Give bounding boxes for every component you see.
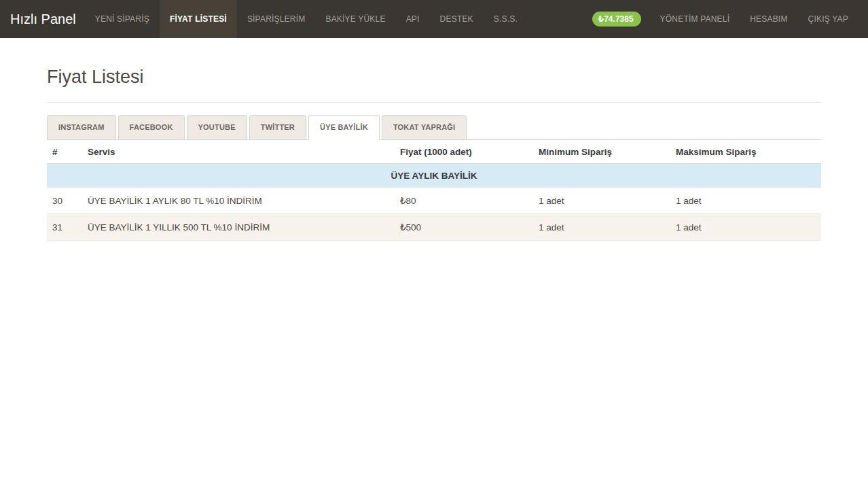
cell-max: 1 adet (670, 188, 821, 214)
table-row: 31 ÜYE BAYİLİK 1 YILLIK 500 TL %10 İNDİR… (47, 214, 821, 241)
tab-youtube[interactable]: YOUTUBE (187, 115, 247, 140)
nav-item-api[interactable]: API (396, 0, 430, 38)
tab-uye-bayilik[interactable]: ÜYE BAYİLİK (308, 115, 380, 140)
nav-item-hesabim[interactable]: HESABIM (740, 0, 797, 38)
table-row: 30 ÜYE BAYİLİK 1 AYLIK 80 TL %10 İNDİRİM… (47, 188, 821, 214)
navbar-right: ₺74.7385 YÖNETİM PANELİ HESABIM ÇIKIŞ YA… (592, 0, 858, 38)
cell-max: 1 adet (670, 214, 821, 241)
cell-min: 1 adet (533, 188, 670, 214)
cell-service: ÜYE BAYİLİK 1 YILLIK 500 TL %10 İNDİRİM (82, 214, 395, 241)
cell-service: ÜYE BAYİLİK 1 AYLIK 80 TL %10 İNDİRİM (82, 188, 395, 214)
price-table: # Servis Fiyat (1000 adet) Minimum Sipar… (47, 140, 821, 241)
col-header-id: # (47, 140, 82, 164)
nav-item-bakiye-yukle[interactable]: BAKİYE YÜKLE (315, 0, 395, 38)
cell-id: 31 (47, 214, 82, 241)
price-table-header: # Servis Fiyat (1000 adet) Minimum Sipar… (47, 140, 821, 164)
tab-instagram[interactable]: INSTAGRAM (47, 115, 116, 140)
table-group-header-row: ÜYE AYLIK BAYİLİK (47, 164, 821, 188)
service-tabs: INSTAGRAM FACEBOOK YOUTUBE TWİTTER ÜYE B… (47, 115, 821, 140)
tab-facebook[interactable]: FACEBOOK (118, 115, 185, 140)
cell-price: ₺80 (395, 188, 533, 214)
col-header-service: Servis (82, 140, 395, 164)
top-navbar: Hızlı Panel YENİ SİPARİŞ FİYAT LİSTESİ S… (0, 0, 868, 38)
cell-min: 1 adet (533, 214, 670, 241)
nav-item-fiyat-listesi[interactable]: FİYAT LİSTESİ (160, 0, 237, 38)
tab-tokat-yapragi[interactable]: TOKAT YAPRAĞI (382, 115, 467, 140)
page-container: Fiyat Listesi INSTAGRAM FACEBOOK YOUTUBE… (47, 67, 821, 241)
col-header-max: Maksimum Sipariş (670, 140, 821, 164)
nav-item-yeni-siparis[interactable]: YENİ SİPARİŞ (85, 0, 160, 38)
balance-badge[interactable]: ₺74.7385 (592, 12, 641, 27)
nav-item-siparislerim[interactable]: SİPARİŞLERİM (237, 0, 316, 38)
nav-item-destek[interactable]: DESTEK (430, 0, 484, 38)
tab-twitter[interactable]: TWİTTER (249, 115, 306, 140)
table-group-header: ÜYE AYLIK BAYİLİK (47, 164, 821, 188)
page-title: Fiyat Listesi (47, 67, 821, 88)
nav-item-yonetim-paneli[interactable]: YÖNETİM PANELİ (650, 0, 740, 38)
col-header-price: Fiyat (1000 adet) (395, 140, 533, 164)
title-divider (47, 102, 821, 103)
nav-item-cikis-yap[interactable]: ÇIKIŞ YAP (798, 0, 858, 38)
header-row: # Servis Fiyat (1000 adet) Minimum Sipar… (47, 140, 821, 164)
nav-item-sss[interactable]: S.S.S. (484, 0, 528, 38)
col-header-min: Minimum Sipariş (533, 140, 670, 164)
cell-price: ₺500 (395, 214, 533, 241)
brand-logo[interactable]: Hızlı Panel (10, 0, 76, 38)
navbar-menu: YENİ SİPARİŞ FİYAT LİSTESİ SİPARİŞLERİM … (85, 0, 528, 38)
cell-id: 30 (47, 188, 82, 214)
price-table-body: ÜYE AYLIK BAYİLİK 30 ÜYE BAYİLİK 1 AYLIK… (47, 164, 821, 241)
